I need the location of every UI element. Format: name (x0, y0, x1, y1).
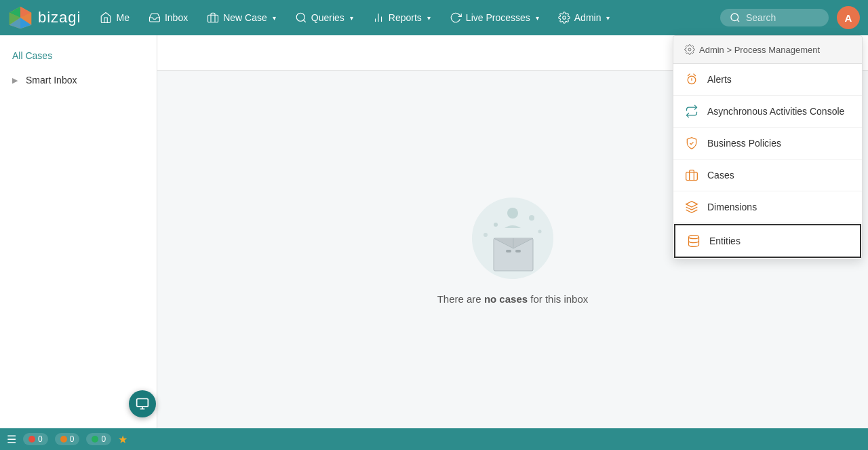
live-processes-chevron: ▾ (536, 14, 539, 22)
reports-chevron: ▾ (427, 14, 431, 22)
bar-chart-icon (372, 12, 384, 24)
user-avatar[interactable]: A (837, 6, 860, 29)
inbox-icon (149, 12, 161, 24)
nav-admin[interactable]: Admin ▾ (550, 7, 618, 28)
svg-point-8 (296, 13, 304, 21)
svg-line-9 (303, 20, 305, 22)
search-bar-icon (730, 12, 741, 23)
svg-point-14 (731, 14, 738, 21)
briefcase-icon (207, 12, 219, 24)
queries-chevron: ▾ (350, 14, 353, 22)
logo[interactable]: bizagi (8, 5, 81, 30)
nav-queries[interactable]: Queries ▾ (287, 7, 361, 28)
search-icon (295, 12, 307, 24)
gear-icon (558, 12, 570, 24)
svg-point-13 (563, 16, 566, 20)
home-icon (100, 12, 112, 24)
nav-live-processes[interactable]: Live Processes ▾ (441, 7, 547, 28)
nav-new-case[interactable]: New Case ▾ (199, 7, 284, 28)
search-bar[interactable]: Search (720, 9, 829, 26)
nav-reports[interactable]: Reports ▾ (364, 7, 439, 28)
refresh-icon (450, 12, 462, 24)
admin-chevron: ▾ (606, 14, 610, 22)
new-case-chevron: ▾ (273, 14, 276, 22)
logo-icon (8, 5, 33, 30)
svg-rect-7 (208, 15, 218, 22)
logo-text: bizagi (38, 9, 81, 26)
nav-me[interactable]: Me (92, 7, 137, 28)
nav-inbox[interactable]: Inbox (140, 7, 196, 28)
topnav: bizagi Me Inbox New Case ▾ Queries ▾ Rep… (0, 0, 868, 35)
svg-line-15 (737, 20, 739, 22)
